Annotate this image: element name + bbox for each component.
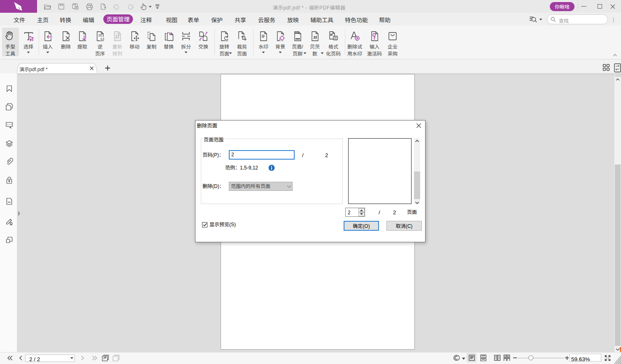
svg-text:12: 12 [100, 37, 105, 41]
